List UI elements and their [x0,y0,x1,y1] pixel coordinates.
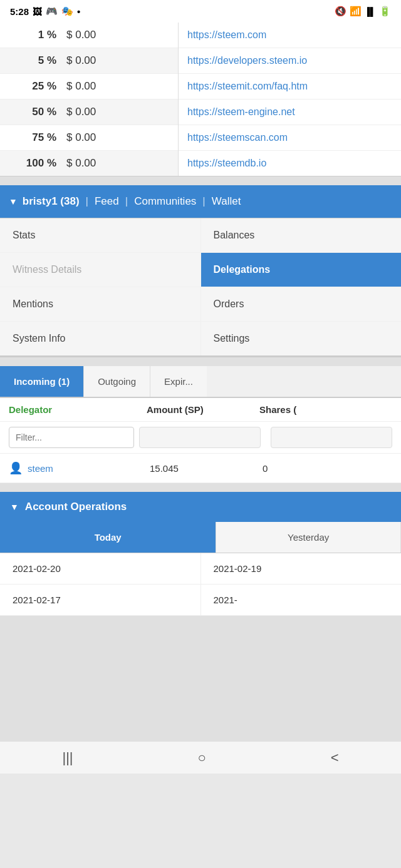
tab-yesterday[interactable]: Yesterday [216,522,401,553]
tab-outgoing[interactable]: Outgoing [84,366,150,397]
date-cell-1b[interactable]: 2021-02-19 [201,553,402,584]
table-header: Delegator Amount (SP) Shares ( [0,398,401,422]
delegation-shares: 0 [263,463,392,474]
date-row-1: 2021-02-20 2021-02-19 [0,553,401,585]
menu-settings[interactable]: Settings [201,322,402,355]
section-gap-1 [0,176,401,185]
nav-username[interactable]: bristy1 (38) [23,195,80,208]
filter-spacer-1 [139,427,261,448]
menu-stats[interactable]: Stats [0,218,200,252]
section-gap-4 [0,616,401,741]
link-developers[interactable]: https://developers.steem.io [179,48,401,74]
signal-icon: ▐▌ [365,7,376,16]
vote-pct-50: 50 % [13,106,56,118]
vote-val-100: $ 0.00 [66,157,96,170]
tab-expiring[interactable]: Expir... [150,366,207,397]
link-steem[interactable]: https://steem.com [179,23,401,48]
col-header-amount: Amount (SP) [147,404,259,415]
vote-val-75: $ 0.00 [66,131,96,144]
menu-witness-details[interactable]: Witness Details [0,253,200,287]
status-bar: 5:28 🖼 🎮 🎭 • 🔇 📶 ▐▌ 🔋 [0,0,401,23]
user-avatar-icon: 👤 [9,461,23,475]
filter-spacer-2 [271,427,392,448]
bottom-nav: ||| ○ < [0,741,401,774]
top-section: 1 % $ 0.00 5 % $ 0.00 25 % $ 0.00 50 % $… [0,23,401,176]
nav-sep-3: | [202,195,205,208]
vote-row-1pct: 1 % $ 0.00 [0,23,178,48]
nav-sep-1: | [86,195,88,208]
filter-row [0,422,401,454]
links-card: https://steem.com https://developers.ste… [179,23,401,176]
wifi-icon: 📶 [350,6,362,17]
vote-val-1: $ 0.00 [66,29,96,41]
vote-pct-25: 25 % [13,80,56,93]
status-left: 5:28 🖼 🎮 🎭 • [10,6,80,17]
vote-pct-1: 1 % [13,29,56,41]
game2-icon: 🎭 [61,6,73,17]
menu-mentions[interactable]: Mentions [0,287,200,321]
battery-icon: 🔋 [379,6,391,17]
home-button[interactable]: ○ [197,750,206,766]
nav-dropdown-arrow[interactable]: ▼ [9,197,18,207]
vote-val-25: $ 0.00 [66,80,96,93]
back-stack-button[interactable]: ||| [62,750,73,766]
vote-val-50: $ 0.00 [66,106,96,118]
nav-communities[interactable]: Communities [134,195,196,208]
delegation-username[interactable]: steem [28,463,150,474]
tab-today[interactable]: Today [0,522,216,553]
vote-val-5: $ 0.00 [66,54,96,67]
menu-delegations[interactable]: Delegations [201,253,402,287]
game1-icon: 🎮 [46,6,58,17]
delegation-amount: 15.045 [150,463,263,474]
photo-icon: 🖼 [33,6,42,17]
nav-feed[interactable]: Feed [95,195,119,208]
status-time: 5:28 [10,6,29,17]
date-row-2: 2021-02-17 2021- [0,585,401,616]
table-row: 👤 steem 15.045 0 [0,454,401,483]
col-header-delegator: Delegator [9,404,147,415]
delegations-section: Delegator Amount (SP) Shares ( 👤 steem 1… [0,398,401,483]
vote-pct-5: 5 % [13,54,56,67]
delegation-tabs-row: Incoming (1) Outgoing Expir... [0,366,401,398]
account-ops-title: Account Operations [25,501,127,513]
vote-row-5pct: 5 % $ 0.00 [0,48,178,74]
back-button[interactable]: < [331,750,339,766]
menu-system-info[interactable]: System Info [0,322,200,355]
menu-balances[interactable]: Balances [201,218,402,252]
link-steemscan[interactable]: https://steemscan.com [179,125,401,151]
vote-row-25pct: 25 % $ 0.00 [0,74,178,100]
status-right: 🔇 📶 ▐▌ 🔋 [335,6,391,17]
nav-sep-2: | [125,195,128,208]
vote-pct-100: 100 % [13,157,56,170]
col-header-shares: Shares ( [259,404,392,415]
mute-icon: 🔇 [335,6,346,17]
section-gap-2 [0,357,401,366]
vote-pct-75: 75 % [13,131,56,144]
link-steemit-faq[interactable]: https://steemit.com/faq.htm [179,74,401,100]
date-cell-2b[interactable]: 2021- [201,585,402,615]
menu-orders[interactable]: Orders [201,287,402,321]
tab-incoming[interactable]: Incoming (1) [0,366,84,397]
vote-row-100pct: 100 % $ 0.00 [0,151,178,176]
account-ops-header: ▼ Account Operations [0,492,401,522]
link-steemdb[interactable]: https://steemdb.io [179,151,401,176]
account-ops-arrow-icon[interactable]: ▼ [10,502,19,512]
vote-weight-card: 1 % $ 0.00 5 % $ 0.00 25 % $ 0.00 50 % $… [0,23,179,176]
link-steem-engine[interactable]: https://steem-engine.net [179,100,401,125]
section-gap-3 [0,483,401,492]
vote-row-50pct: 50 % $ 0.00 [0,100,178,125]
menu-grid: Stats Balances Witness Details Delegatio… [0,218,401,357]
dot-indicator: • [77,6,80,17]
date-cell-2a[interactable]: 2021-02-17 [0,585,201,615]
filter-input[interactable] [9,427,134,448]
nav-wallet[interactable]: Wallet [212,195,241,208]
date-cell-1a[interactable]: 2021-02-20 [0,553,201,584]
date-tabs-row: Today Yesterday [0,522,401,553]
vote-row-75pct: 75 % $ 0.00 [0,125,178,151]
nav-bar: ▼ bristy1 (38) | Feed | Communities | Wa… [0,185,401,218]
